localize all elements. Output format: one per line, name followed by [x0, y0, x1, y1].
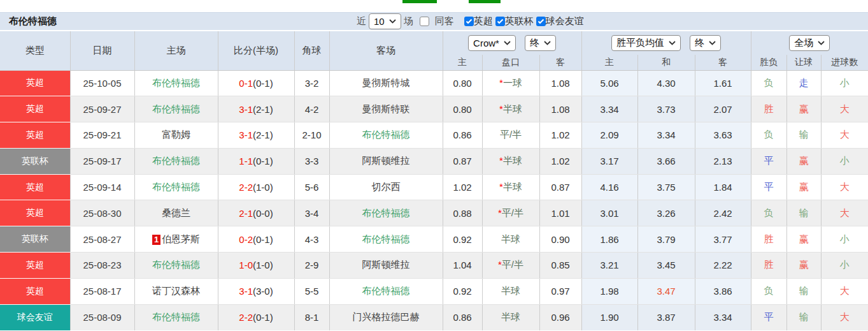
- corners-cell: 3-3: [294, 148, 329, 174]
- avg-home-cell: 3.17: [581, 148, 637, 174]
- avg-away-cell: 2.07: [695, 96, 751, 122]
- league-filter-checkbox[interactable]: [536, 17, 546, 26]
- avg-home-cell: 1.86: [581, 226, 637, 253]
- match-date: 25-10-05: [70, 70, 134, 96]
- league-filter-label: 英超: [474, 15, 493, 27]
- matches-label: 场: [404, 15, 413, 27]
- score-cell: 0-2(0-1): [218, 226, 294, 253]
- score-cell: 3-1(2-1): [218, 122, 294, 149]
- home-team: 布伦特福德: [134, 174, 218, 200]
- score-cell: 1-1(0-1): [218, 148, 294, 174]
- col-header-type: 类型: [0, 31, 70, 70]
- handicap-result-cell: 赢: [786, 96, 821, 122]
- col-header-date: 日期: [70, 31, 134, 70]
- chevron-down-icon: [544, 41, 551, 45]
- sub-col-handicap-result: 让球: [786, 55, 821, 70]
- result-cell: 平: [751, 304, 786, 330]
- avg-away-cell: 1.61: [695, 70, 751, 96]
- goals-cell: 小: [821, 226, 868, 253]
- avg-home-cell: 3.21: [581, 253, 637, 279]
- result-cell: 平: [751, 174, 786, 200]
- league-filter-label: 英联杯: [505, 15, 534, 27]
- goals-cell: 大: [821, 122, 868, 149]
- home-team: 桑德兰: [134, 200, 218, 226]
- handicap-cell: *半球: [482, 96, 539, 122]
- result-cell: 负: [751, 122, 786, 149]
- league-badge: 英超: [0, 70, 70, 96]
- result-cell: 负: [751, 200, 786, 226]
- league-badge: 英超: [0, 253, 70, 279]
- handicap-cell: *半球: [482, 174, 539, 200]
- score-cell: 1-0(1-0): [218, 253, 294, 279]
- handicap-result-cell: 输: [786, 200, 821, 226]
- match-date: 25-08-30: [70, 200, 134, 226]
- avg-draw-cell: 3.45: [637, 253, 695, 279]
- recent-count-select[interactable]: 10: [369, 13, 401, 29]
- odds-stage-select[interactable]: 终: [525, 35, 556, 51]
- match-row: 英联杯25-08-271伯恩茅斯0-2(0-1)4-3布伦特福德0.92半球0.…: [0, 226, 868, 253]
- league-filter-checkbox[interactable]: [495, 17, 505, 26]
- check-icon: [466, 18, 473, 24]
- sub-col-odds-home: 主: [443, 55, 482, 70]
- result-cell: 胜: [751, 96, 786, 122]
- top-tab-indicator[interactable]: [402, 0, 437, 3]
- avg-away-cell: 3.63: [695, 122, 751, 149]
- handicap-result-cell: 赢: [786, 226, 821, 253]
- handicap-result-cell: 输: [786, 278, 821, 304]
- match-date: 25-08-27: [70, 226, 134, 253]
- handicap-cell: *平/半: [482, 200, 539, 226]
- score-cell: 0-1(0-1): [218, 70, 294, 96]
- league-filter-checkbox[interactable]: [464, 17, 474, 26]
- league-badge: 英超: [0, 200, 70, 226]
- league-filters: 英超英联杯球会友谊: [464, 15, 584, 27]
- corners-cell: 2-9: [294, 253, 329, 279]
- handicap-result-cell: 输: [786, 122, 821, 149]
- odds-company-select[interactable]: Crow*: [468, 35, 516, 51]
- result-cell: 平: [751, 148, 786, 174]
- avg-draw-cell: 3.73: [637, 96, 695, 122]
- odds-home-cell: 0.86: [443, 122, 482, 149]
- score-cell: 2-1(0-0): [218, 200, 294, 226]
- away-team: 阿斯顿维拉: [329, 253, 443, 279]
- chevron-down-icon: [669, 41, 676, 45]
- odds-away-cell: 1.02: [539, 122, 581, 149]
- odds-away-cell: 0.90: [539, 226, 581, 253]
- team-title: 布伦特福德: [9, 15, 57, 27]
- home-team: 富勒姆: [134, 122, 218, 149]
- league-filter-item: 球会友谊: [536, 15, 584, 27]
- goals-cell: 小: [821, 70, 868, 96]
- league-filter-label: 球会友谊: [546, 15, 584, 27]
- scope-select[interactable]: 全场: [789, 35, 830, 51]
- corners-cell: 5-5: [294, 278, 329, 304]
- handicap-cell: 半球: [482, 304, 539, 330]
- match-history-table: 类型 日期 主场 比分(半场) 角球 客场 Crow* 终: [0, 30, 868, 330]
- away-team: 布伦特福德: [329, 278, 443, 304]
- avg-away-cell: 3.77: [695, 226, 751, 253]
- match-row: 英联杯25-09-17布伦特福德1-1(0-1)3-3阿斯顿维拉0.87*半球1…: [0, 148, 868, 174]
- score-cell: 2-2(0-1): [218, 304, 294, 330]
- avg-home-cell: 2.09: [581, 122, 637, 149]
- handicap-result-cell: 输: [786, 304, 821, 330]
- scope-select-cell: 全场: [751, 31, 868, 55]
- same-away-checkbox[interactable]: [420, 17, 429, 26]
- check-icon: [497, 18, 504, 24]
- top-tab-indicator[interactable]: [469, 0, 501, 3]
- odds-home-cell: 0.92: [443, 226, 482, 253]
- handicap-result-cell: 赢: [786, 174, 821, 200]
- away-team: 曼彻斯特城: [329, 70, 443, 96]
- goals-cell: 大: [821, 96, 868, 122]
- avg-selects-cell: 胜平负均值 终: [581, 31, 751, 55]
- match-row: 英超25-10-05布伦特福德0-1(0-1)3-2曼彻斯特城0.80*一球1.…: [0, 70, 868, 96]
- match-date: 25-08-17: [70, 278, 134, 304]
- sub-col-handicap: 盘口: [482, 55, 539, 70]
- avg-type-select[interactable]: 胜平负均值: [611, 35, 681, 51]
- avg-away-cell: 2.42: [695, 200, 751, 226]
- filters: 近 10 场 同客 英超英联杯球会友谊: [354, 13, 584, 30]
- sub-col-odds-away: 客: [539, 55, 581, 70]
- avg-stage-select[interactable]: 终: [690, 35, 721, 51]
- match-date: 25-09-14: [70, 174, 134, 200]
- goals-cell: 小: [821, 253, 868, 279]
- match-history-page: 布伦特福德 近 10 场 同客 英超英联杯球会友谊 类型 日期 主场: [0, 0, 868, 331]
- match-row: 英超25-08-17诺丁汉森林3-1(3-0)5-5布伦特福德0.92半球0.9…: [0, 278, 868, 304]
- sub-col-avg-draw: 和: [637, 55, 695, 70]
